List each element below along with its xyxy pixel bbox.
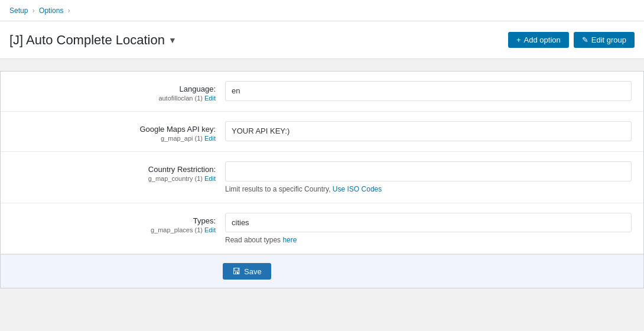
input-country[interactable] (225, 161, 632, 181)
label-api-key: Google Maps API key: (12, 125, 216, 134)
page-title-text: [J] Auto Complete Location (9, 33, 165, 48)
label-language: Language: (12, 85, 216, 93)
save-row: 🖫 Save (1, 254, 643, 288)
input-language[interactable] (225, 81, 632, 101)
meta-text-types: g_map_places (1) (151, 226, 203, 233)
iso-codes-link[interactable]: Use ISO Codes (333, 185, 382, 193)
form-row-types: Types: g_map_places (1) Edit Read about … (1, 203, 643, 255)
meta-types: g_map_places (1) Edit (12, 226, 216, 233)
plus-icon: + (516, 35, 521, 44)
breadcrumb-sep2: › (68, 7, 70, 15)
edit-group-label: Edit group (591, 35, 626, 44)
edit-link-language[interactable]: Edit (204, 95, 216, 102)
input-col-types: Read about types here (225, 213, 632, 245)
input-api-key[interactable] (225, 121, 632, 141)
meta-country: g_map_country (1) Edit (12, 175, 216, 182)
input-col-api-key (225, 121, 632, 141)
meta-language: autofilloclan (1) Edit (12, 95, 216, 102)
edit-group-button[interactable]: ✎ Edit group (574, 32, 635, 48)
page-header: [J] Auto Complete Location ▼ + Add optio… (0, 21, 644, 59)
label-country: Country Restriction: (12, 165, 216, 174)
meta-api-key: g_map_api (1) Edit (12, 135, 216, 142)
edit-link-types[interactable]: Edit (204, 226, 216, 233)
hint-text-country: Limit results to a specific Country, (225, 185, 331, 193)
content-area: Language: autofilloclan (1) Edit Google … (0, 59, 644, 300)
label-col-country: Country Restriction: g_map_country (1) E… (12, 161, 225, 182)
options-table: Language: autofilloclan (1) Edit Google … (0, 71, 644, 288)
breadcrumb-setup[interactable]: Setup (9, 7, 28, 15)
types-here-link[interactable]: here (282, 236, 297, 244)
pencil-icon: ✎ (582, 35, 588, 44)
label-col-types: Types: g_map_places (1) Edit (12, 213, 225, 233)
hint-text-types: Read about types (225, 236, 281, 244)
input-col-country: Limit results to a specific Country, Use… (225, 161, 632, 193)
title-dropdown-arrow[interactable]: ▼ (168, 35, 177, 45)
input-types[interactable] (225, 213, 632, 233)
save-button[interactable]: 🖫 Save (223, 263, 271, 280)
save-icon: 🖫 (232, 267, 240, 276)
label-col-api-key: Google Maps API key: g_map_api (1) Edit (12, 121, 225, 142)
meta-text-api-key: g_map_api (1) (161, 135, 203, 142)
header-buttons: + Add option ✎ Edit group (508, 32, 635, 48)
input-col-language (225, 81, 632, 101)
edit-link-api-key[interactable]: Edit (204, 135, 216, 142)
edit-link-country[interactable]: Edit (204, 175, 216, 182)
page-title: [J] Auto Complete Location ▼ (9, 33, 177, 48)
meta-text-country: g_map_country (1) (148, 175, 203, 182)
breadcrumb-options[interactable]: Options (39, 7, 63, 15)
form-row-country: Country Restriction: g_map_country (1) E… (1, 152, 643, 203)
form-row-api-key: Google Maps API key: g_map_api (1) Edit (1, 112, 643, 152)
breadcrumb: Setup › Options › (9, 7, 73, 15)
hint-country: Limit results to a specific Country, Use… (225, 185, 632, 193)
hint-types: Read about types here (225, 236, 632, 244)
breadcrumb-bar: Setup › Options › (0, 0, 644, 21)
add-option-label: Add option (524, 35, 561, 44)
label-col-language: Language: autofilloclan (1) Edit (12, 81, 225, 102)
meta-text-language: autofilloclan (1) (158, 95, 203, 102)
label-types: Types: (12, 216, 216, 225)
add-option-button[interactable]: + Add option (508, 32, 569, 48)
save-label: Save (244, 267, 262, 276)
breadcrumb-sep1: › (32, 7, 35, 15)
form-row-language: Language: autofilloclan (1) Edit (1, 72, 643, 112)
